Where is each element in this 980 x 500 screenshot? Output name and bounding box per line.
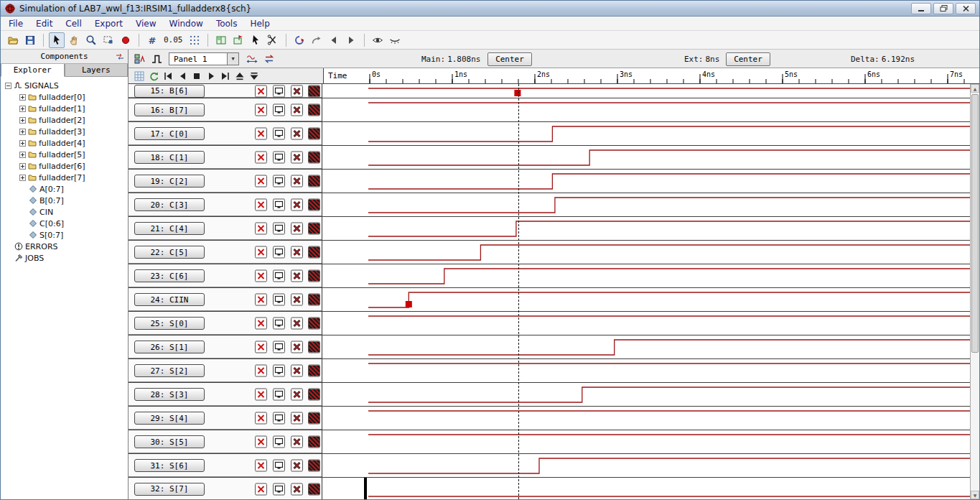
to-end-icon[interactable] [219,70,231,82]
signal-pattern-icon[interactable] [308,389,320,401]
delete-signal-icon[interactable] [291,341,303,353]
remove-signal-icon[interactable] [255,318,267,330]
signal-display-icon[interactable] [273,152,285,164]
scroll-up-icon[interactable]: ▲ [971,84,979,93]
shift-up-icon[interactable] [233,70,246,82]
signal-pattern-icon[interactable] [308,341,320,353]
signal-display-icon[interactable] [273,318,285,330]
waveform-lane-s-7-[interactable] [322,478,970,499]
tree-item-fulladder-3-[interactable]: fulladder[3] [1,126,128,137]
pane-flag-icon[interactable] [230,32,246,48]
pane-green-icon[interactable] [213,32,229,48]
delete-signal-icon[interactable] [291,175,303,188]
signal-pattern-icon[interactable] [308,483,320,495]
signal-pattern-icon[interactable] [308,199,320,211]
delete-signal-icon[interactable] [291,294,303,306]
signal-name-button[interactable]: 32: S[7] [134,483,205,496]
menu-view[interactable]: View [129,19,162,29]
menu-edit[interactable]: Edit [29,19,59,29]
pan-hand-icon[interactable] [66,32,82,48]
maximize-icon[interactable] [933,3,953,14]
delete-signal-icon[interactable] [291,152,303,164]
stop-icon[interactable] [190,70,202,82]
remove-signal-icon[interactable] [255,365,267,377]
remove-signal-icon[interactable] [255,412,267,425]
signal-pattern-icon[interactable] [308,436,320,448]
waveform-lane-s-3-[interactable] [322,383,970,406]
signal-display-icon[interactable] [273,483,285,495]
pulse-icon[interactable] [149,52,164,65]
tree-item-errors[interactable]: ERRORS [1,241,128,252]
waveform-lane-c-6-[interactable] [322,264,970,287]
eye-closed-icon[interactable] [387,32,403,48]
signal-display-icon[interactable] [273,365,285,377]
signal-name-button[interactable]: 18: C[1] [134,151,205,164]
menu-tools[interactable]: Tools [210,19,244,29]
signal-display-icon[interactable] [273,341,285,353]
signal-name-button[interactable]: 30: S[5] [134,435,205,448]
expand-icon[interactable] [19,129,26,135]
signal-display-icon[interactable] [273,412,285,425]
go-cell-icon[interactable] [291,32,307,48]
waveform-lane-s-2-[interactable] [322,359,970,382]
open-icon[interactable] [5,32,21,48]
delete-signal-icon[interactable] [291,365,303,377]
tree-item-fulladder-7-[interactable]: fulladder[7] [1,172,128,183]
signal-display-icon[interactable] [273,199,285,211]
signal-display-icon[interactable] [273,85,285,97]
tree-item-fulladder-2-[interactable]: fulladder[2] [1,114,128,126]
panel-select[interactable]: Panel 1 ▼ [169,52,239,65]
refresh-signals-icon[interactable] [262,52,276,65]
signal-display-icon[interactable] [273,104,285,116]
vertical-scrollbar[interactable]: ▲ ▼ [970,84,979,499]
menu-window[interactable]: Window [163,19,210,29]
save-icon[interactable] [22,32,38,48]
signal-display-icon[interactable] [273,246,285,259]
remove-signal-icon[interactable] [255,460,267,472]
signal-pattern-icon[interactable] [308,85,320,97]
remove-signal-icon[interactable] [255,223,267,235]
delete-signal-icon[interactable] [291,199,303,211]
remove-signal-icon[interactable] [255,294,267,306]
signal-pattern-icon[interactable] [308,246,320,259]
signal-name-button[interactable]: 16: B[7] [134,103,205,116]
signal-name-button[interactable]: 19: C[2] [134,175,205,188]
signal-display-icon[interactable] [273,436,285,448]
waveform-lane-c-2-[interactable] [322,170,970,193]
grid-hash-icon[interactable]: # [144,32,160,48]
step-back-icon[interactable] [176,70,188,82]
signal-pattern-icon[interactable] [308,365,320,377]
zoom-icon[interactable] [83,32,99,48]
tab-layers[interactable]: Layers [65,64,129,77]
tree-item-signals[interactable]: SIGNALS [1,80,128,91]
signal-pattern-icon[interactable] [308,175,320,188]
signal-display-icon[interactable] [273,223,285,235]
tree-item-fulladder-1-[interactable]: fulladder[1] [1,103,128,114]
refresh-icon[interactable] [147,70,159,82]
menu-help[interactable]: Help [243,19,276,29]
tree-item-c-0-6-[interactable]: C[0:6] [1,218,128,229]
cursor-plain-icon[interactable] [248,32,263,48]
waveform-lane-c-1-[interactable] [322,146,970,169]
remove-signal-icon[interactable] [255,436,267,448]
waveform-lane-s-5-[interactable] [322,430,970,453]
remove-signal-icon[interactable] [255,104,267,116]
signal-display-icon[interactable] [273,460,285,472]
delete-signal-icon[interactable] [291,389,303,401]
signal-name-button[interactable]: 21: C[4] [134,222,205,235]
expand-icon[interactable] [19,106,26,112]
signal-name-button[interactable]: 27: S[2] [134,364,205,377]
delete-signal-icon[interactable] [291,460,303,472]
shift-down-icon[interactable] [248,70,260,82]
delete-signal-icon[interactable] [291,128,303,140]
highlight-red-icon[interactable] [118,32,134,48]
signal-name-button[interactable]: 24: CIIN [134,293,205,306]
center-ext-button[interactable]: Center [726,52,770,66]
waveform-lane-c-5-[interactable] [322,241,970,264]
waveform-lane-s-1-[interactable] [322,335,970,358]
signal-display-icon[interactable] [273,175,285,188]
tree-item-fulladder-5-[interactable]: fulladder[5] [1,149,128,160]
remove-signal-icon[interactable] [255,175,267,188]
grid-dots-icon[interactable] [187,32,202,48]
timescale-icon[interactable] [245,52,259,65]
